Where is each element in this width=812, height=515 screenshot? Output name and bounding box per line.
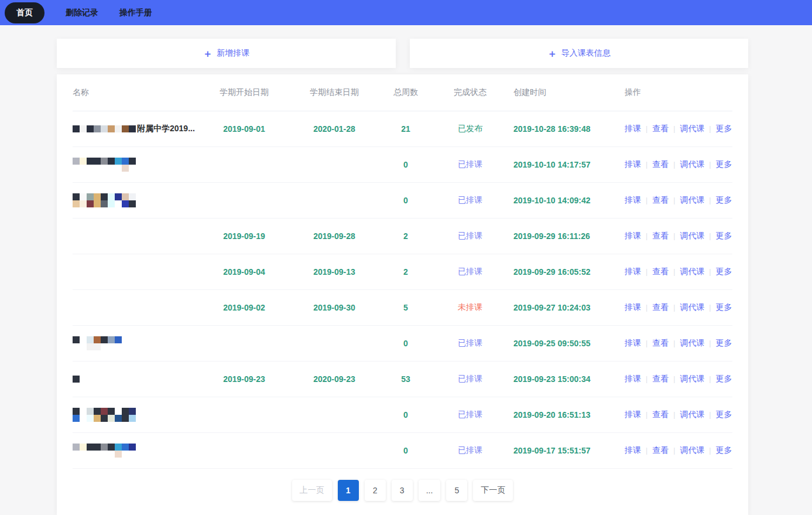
nav-item-delete-records[interactable]: 删除记录 (66, 8, 98, 18)
end-date: 2019-09-30 (299, 303, 370, 312)
mosaic-block (94, 125, 101, 132)
mosaic-block (129, 408, 136, 415)
mosaic-block (101, 444, 108, 451)
created-time: 2019-09-29 16:05:52 (499, 267, 625, 277)
action-separator: | (709, 375, 711, 383)
page-button-1[interactable]: 1 (338, 480, 359, 501)
row-actions: 排课|查看|调代课|更多 (625, 410, 732, 420)
action-schedule[interactable]: 排课 (625, 231, 641, 240)
action-separator: | (673, 339, 675, 347)
action-schedule[interactable]: 排课 (625, 124, 641, 133)
mosaic-block (73, 125, 80, 132)
action-more[interactable]: 更多 (715, 159, 732, 169)
nav-item-manual[interactable]: 操作手册 (119, 8, 152, 18)
mosaic-block (108, 408, 115, 415)
action-more[interactable]: 更多 (715, 374, 732, 383)
nav-item-home[interactable]: 首页 (5, 2, 44, 23)
add-schedule-button[interactable]: ＋ 新增排课 (57, 39, 396, 68)
table-row: 0已排课2019-09-20 16:51:13排课|查看|调代课|更多 (73, 397, 732, 433)
action-schedule[interactable]: 排课 (625, 410, 641, 419)
mosaic-block (108, 336, 115, 343)
action-schedule[interactable]: 排课 (625, 195, 641, 204)
mosaic-block (101, 125, 108, 132)
mosaic-block (129, 200, 136, 207)
action-view[interactable]: 查看 (652, 231, 669, 240)
action-view[interactable]: 查看 (652, 410, 669, 419)
total-weeks: 53 (370, 374, 441, 384)
mosaic-block (73, 444, 80, 451)
action-view[interactable]: 查看 (652, 159, 669, 169)
action-view[interactable]: 查看 (652, 374, 669, 383)
action-substitute[interactable]: 调代课 (680, 195, 704, 204)
mosaic-block (122, 200, 129, 207)
action-view[interactable]: 查看 (652, 267, 669, 276)
action-view[interactable]: 查看 (652, 338, 669, 347)
plus-icon: ＋ (547, 49, 557, 59)
action-view[interactable]: 查看 (652, 445, 669, 455)
next-page-button[interactable]: 下一页 (473, 480, 513, 501)
course-name-cell: 附属中学2019... (73, 124, 190, 134)
action-substitute[interactable]: 调代课 (680, 445, 704, 455)
end-date: 2019-09-13 (299, 267, 370, 277)
mosaic-block (87, 158, 94, 165)
action-more[interactable]: 更多 (715, 302, 732, 312)
created-time: 2019-09-23 15:00:34 (499, 374, 625, 384)
action-substitute[interactable]: 调代课 (680, 267, 704, 276)
status-label: 未排课 (441, 302, 499, 313)
mosaic-block (129, 158, 136, 165)
action-substitute[interactable]: 调代课 (680, 302, 704, 312)
page-ellipsis[interactable]: ... (419, 480, 441, 501)
action-view[interactable]: 查看 (652, 195, 669, 204)
table-row: 0已排课2019-09-25 09:50:55排课|查看|调代课|更多 (73, 326, 732, 361)
row-actions: 排课|查看|调代课|更多 (625, 302, 732, 313)
action-more[interactable]: 更多 (715, 338, 732, 347)
mosaic-block (73, 408, 80, 415)
action-more[interactable]: 更多 (715, 195, 732, 204)
import-timetable-button[interactable]: ＋ 导入课表信息 (410, 39, 749, 68)
redacted-name-mosaic (73, 336, 122, 350)
action-more[interactable]: 更多 (715, 267, 732, 276)
page-button-5[interactable]: 5 (446, 480, 467, 501)
row-actions: 排课|查看|调代课|更多 (625, 195, 732, 206)
action-substitute[interactable]: 调代课 (680, 374, 704, 383)
action-schedule[interactable]: 排课 (625, 302, 641, 312)
status-label: 已排课 (441, 374, 499, 384)
total-weeks: 0 (370, 339, 441, 348)
action-more[interactable]: 更多 (715, 445, 732, 455)
action-separator: | (709, 196, 711, 204)
action-schedule[interactable]: 排课 (625, 159, 641, 169)
action-separator: | (673, 161, 675, 169)
action-separator: | (709, 232, 711, 240)
action-substitute[interactable]: 调代课 (680, 124, 704, 133)
status-label: 已排课 (441, 338, 499, 349)
action-substitute[interactable]: 调代课 (680, 410, 704, 419)
mosaic-block (115, 193, 122, 200)
action-view[interactable]: 查看 (652, 302, 669, 312)
mosaic-block (122, 125, 129, 132)
mosaic-block (101, 193, 108, 200)
mosaic-block (80, 415, 87, 422)
action-separator: | (646, 196, 647, 204)
action-schedule[interactable]: 排课 (625, 445, 641, 455)
page-button-3[interactable]: 3 (392, 480, 413, 501)
action-view[interactable]: 查看 (652, 124, 669, 133)
mosaic-block (108, 415, 115, 422)
action-more[interactable]: 更多 (715, 231, 732, 240)
table-row: 2019-09-192019-09-282已排课2019-09-29 16:11… (73, 219, 732, 254)
action-schedule[interactable]: 排课 (625, 374, 641, 383)
action-separator: | (646, 161, 647, 169)
action-more[interactable]: 更多 (715, 410, 732, 419)
mosaic-block (115, 200, 122, 207)
page-button-2[interactable]: 2 (365, 480, 386, 501)
action-schedule[interactable]: 排课 (625, 267, 641, 276)
mosaic-block (73, 158, 80, 165)
action-more[interactable]: 更多 (715, 124, 732, 133)
action-separator: | (673, 303, 675, 312)
mosaic-block (73, 193, 80, 200)
total-weeks: 0 (370, 160, 441, 169)
action-substitute[interactable]: 调代课 (680, 231, 704, 240)
action-substitute[interactable]: 调代课 (680, 338, 704, 347)
mosaic-block (108, 125, 115, 132)
action-substitute[interactable]: 调代课 (680, 159, 704, 169)
action-schedule[interactable]: 排课 (625, 338, 641, 347)
